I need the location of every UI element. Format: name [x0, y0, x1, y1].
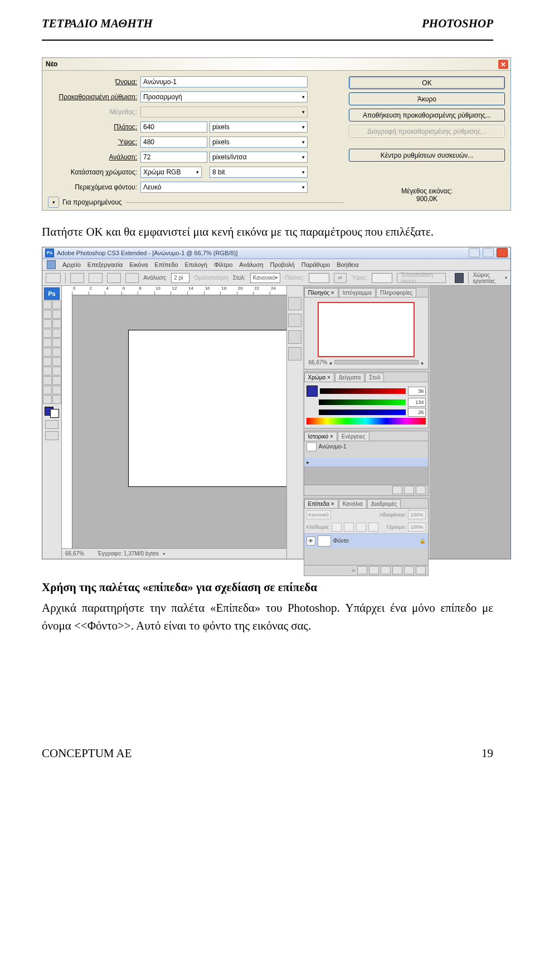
tab-histogram[interactable]: Ιστόγραμμα — [339, 288, 376, 297]
menu-layer[interactable]: Επίπεδο — [154, 261, 178, 268]
eye-icon[interactable]: 👁 — [307, 537, 315, 545]
menu-window[interactable]: Παράθυρο — [301, 261, 330, 268]
tab-info[interactable]: Πληροφορίες — [376, 288, 416, 297]
history-step[interactable]: ▸ — [304, 458, 428, 466]
bitdepth-select[interactable]: 8 bit▾ — [210, 167, 308, 178]
shape-tool-icon[interactable] — [52, 376, 61, 385]
color-g-value[interactable]: 134 — [408, 398, 426, 407]
tab-history[interactable]: Ιστορικό × — [304, 432, 337, 441]
menu-edit[interactable]: Επεξεργασία — [87, 261, 123, 268]
zoom-in-icon[interactable]: ▴ — [421, 359, 424, 365]
menu-view[interactable]: Προβολή — [270, 261, 295, 268]
tab-swatches[interactable]: Δείγματα — [335, 373, 365, 382]
layer-row[interactable]: 👁 Φόντο 🔒 — [304, 533, 428, 548]
stamp-tool-icon[interactable] — [43, 338, 52, 347]
trash-icon[interactable] — [416, 486, 426, 494]
dodge-tool-icon[interactable] — [52, 357, 61, 366]
tab-channels[interactable]: Κανάλια — [339, 499, 367, 508]
marquee-icon[interactable] — [70, 273, 84, 283]
document-canvas[interactable] — [129, 330, 286, 486]
refine-edge-button[interactable]: Τελειοποίηση άκρου... — [397, 273, 446, 283]
brush-tool-icon[interactable] — [52, 329, 61, 338]
zoom-slider[interactable] — [334, 360, 418, 364]
lasso-tool-icon[interactable] — [43, 310, 52, 319]
advanced-toggle[interactable]: ▾ — [48, 197, 59, 208]
cancel-button[interactable]: Άκυρο — [349, 92, 505, 105]
tab-navigator[interactable]: Πλοηγός × — [304, 288, 338, 297]
zoom-out-icon[interactable]: ▴ — [329, 359, 332, 365]
tab-paths[interactable]: Διαδρομές — [367, 499, 401, 508]
close-button[interactable] — [497, 248, 508, 257]
navigator-thumbnail[interactable] — [318, 302, 415, 357]
tab-layers[interactable]: Επίπεδα × — [304, 499, 338, 508]
menu-file[interactable]: Αρχείο — [62, 261, 81, 268]
ok-button[interactable]: OK — [349, 76, 505, 89]
device-central-button[interactable]: Κέντρο ρυθμίσεων συσκευών... — [349, 149, 505, 162]
marquee-tool-icon[interactable] — [52, 300, 61, 309]
preset-select[interactable]: Προσαρμογή▾ — [140, 91, 308, 103]
zoom-field[interactable]: 66,67% — [65, 550, 93, 557]
crop-tool-icon[interactable] — [43, 319, 52, 328]
move-tool-icon[interactable] — [43, 300, 52, 309]
path-tool-icon[interactable] — [43, 376, 52, 385]
hue-ramp[interactable] — [307, 418, 426, 425]
quickmask-button[interactable] — [45, 420, 59, 429]
blur-tool-icon[interactable] — [43, 357, 52, 366]
tool-preset-icon[interactable] — [46, 273, 61, 283]
width-input[interactable]: 640 — [140, 121, 207, 133]
feather-input[interactable]: 2 pi — [171, 273, 189, 283]
newlayer-icon[interactable] — [404, 566, 414, 574]
zoom-tool-icon[interactable] — [52, 395, 61, 404]
dock-icon[interactable] — [288, 297, 301, 310]
fx-icon[interactable] — [357, 566, 367, 574]
width-unit-select[interactable]: pixels▾ — [210, 121, 308, 133]
height-unit-select[interactable]: pixels▾ — [210, 136, 308, 148]
resolution-unit-select[interactable]: pixels/ίντσα▾ — [210, 152, 308, 163]
minimize-button[interactable] — [469, 248, 480, 257]
screenmode-button[interactable] — [45, 431, 59, 440]
history-btn-icon[interactable] — [404, 486, 414, 494]
adjustment-icon[interactable] — [381, 566, 391, 574]
marquee3-icon[interactable] — [107, 273, 121, 283]
height-input[interactable]: 480 — [140, 136, 207, 148]
pen-tool-icon[interactable] — [43, 367, 52, 376]
folder-icon[interactable] — [392, 566, 402, 574]
history-tool-icon[interactable] — [52, 338, 61, 347]
menu-image[interactable]: Εικόνα — [129, 261, 148, 268]
save-preset-button[interactable]: Αποθήκευση προκαθορισμένης ρύθμισης... — [349, 109, 505, 121]
close-icon[interactable]: ✕ — [498, 59, 509, 70]
colormode-select[interactable]: Χρώμα RGB▾ — [140, 167, 202, 178]
tab-actions[interactable]: Ενέργειες — [338, 432, 369, 441]
workspace-label[interactable]: Χώρος εργασίας — [473, 272, 500, 284]
color-r-value[interactable]: 36 — [408, 387, 426, 396]
dock-icon[interactable] — [288, 314, 301, 327]
dock-icon[interactable] — [288, 330, 301, 344]
name-input[interactable]: Ανώνυμο-1 — [140, 76, 308, 87]
menu-help[interactable]: Βοήθεια — [337, 261, 358, 268]
wand-tool-icon[interactable] — [52, 310, 61, 319]
bgcontents-select[interactable]: Λευκό▾ — [140, 182, 308, 193]
gradient-tool-icon[interactable] — [52, 348, 61, 357]
heal-tool-icon[interactable] — [43, 329, 52, 338]
marquee2-icon[interactable] — [89, 273, 103, 283]
history-btn-icon[interactable] — [392, 486, 402, 494]
type-tool-icon[interactable] — [52, 367, 61, 376]
notes-tool-icon[interactable] — [43, 386, 52, 394]
slice-tool-icon[interactable] — [52, 319, 61, 328]
menu-analysis[interactable]: Ανάλυση — [239, 261, 263, 268]
eraser-tool-icon[interactable] — [43, 348, 52, 357]
eyedrop-tool-icon[interactable] — [52, 386, 61, 394]
maximize-button[interactable] — [483, 248, 494, 257]
color-swatches[interactable] — [45, 407, 59, 418]
dock-icon[interactable] — [288, 347, 301, 360]
menu-filter[interactable]: Φίλτρο — [214, 261, 232, 268]
menu-select[interactable]: Επιλογή — [184, 261, 207, 268]
history-snapshot[interactable]: Ανώνυμο-1 — [319, 443, 347, 450]
go-bridge-icon[interactable] — [455, 273, 463, 283]
hand-tool-icon[interactable] — [43, 395, 52, 404]
style-select[interactable]: Κανονικό▾ — [250, 273, 281, 283]
tab-color[interactable]: Χρώμα × — [304, 373, 334, 382]
mask-icon[interactable] — [369, 566, 379, 574]
color-b-value[interactable]: 26 — [408, 408, 426, 417]
resolution-input[interactable]: 72 — [140, 152, 207, 163]
